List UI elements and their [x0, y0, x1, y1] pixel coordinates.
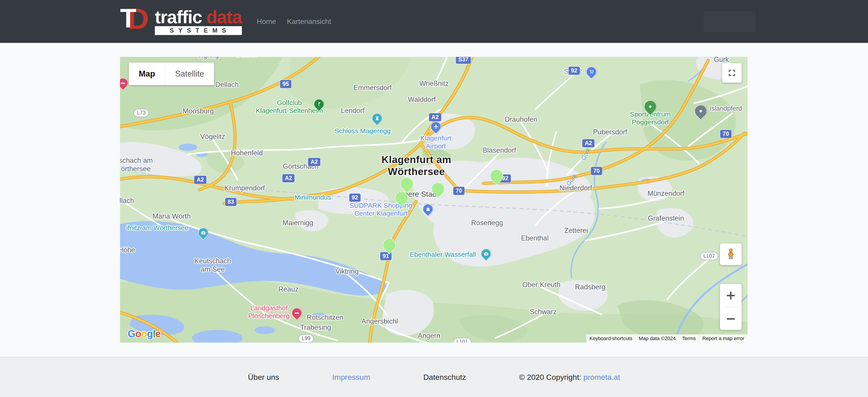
- monogram-t: T: [120, 5, 136, 32]
- islandpferd-pin[interactable]: [694, 105, 707, 118]
- maptype-map-button[interactable]: Map: [129, 63, 165, 85]
- nav-link-kartenansicht[interactable]: Kartenansicht: [287, 18, 331, 26]
- map-label-hohenfeld: Hohenfeld: [231, 149, 263, 157]
- road-shield-95: 95: [280, 80, 291, 88]
- road-shield-a2: A2: [582, 139, 594, 147]
- map-label-lendorf: Lendorf: [341, 107, 364, 115]
- fullscreen-button[interactable]: [722, 63, 742, 82]
- google-logo-letter: g: [147, 328, 153, 339]
- plane-icon: [433, 124, 439, 130]
- google-logo[interactable]: Google: [128, 328, 161, 339]
- camera-icon: [200, 230, 206, 236]
- attribution-keyboard-shortcuts[interactable]: Keyboard shortcuts: [586, 334, 636, 342]
- marker-balloon-icon: [429, 180, 447, 198]
- map-label-klagenfurt-am: Klagenfurt am Wörthersee: [381, 154, 451, 177]
- navbar-toggler-area: [704, 11, 756, 32]
- google-logo-letter: e: [155, 328, 160, 339]
- road-shield-l107: L107: [700, 252, 718, 260]
- pegman-button[interactable]: [720, 243, 742, 265]
- shopping-bag-pin[interactable]: [423, 204, 433, 214]
- map-label-trabesing: Trabesing: [300, 323, 331, 332]
- reifnitz-camera-pin[interactable]: [198, 228, 209, 238]
- traffic-data-marker-5[interactable]: [383, 238, 396, 252]
- attribution-terms[interactable]: Terms: [679, 334, 699, 342]
- map-label-klagenfurt: Klagenfurt Airport: [421, 134, 452, 150]
- traffic-data-marker-3[interactable]: [395, 192, 408, 205]
- brand-monogram-icon: D T: [120, 8, 153, 36]
- hotel-bed-pin[interactable]: [291, 308, 302, 318]
- marker-balloon-icon: [393, 189, 411, 207]
- brand-logo[interactable]: D T traffic data SYSTEMS: [120, 8, 242, 36]
- map-type-control: MapSatellite: [129, 63, 214, 85]
- maptype-satellite-button[interactable]: Satellite: [165, 63, 214, 85]
- main-nav: HomeKartenansicht: [257, 18, 331, 26]
- map-label-zetterei: Zetterei: [564, 227, 588, 235]
- map-label-krumpendorf: Krumpendorf: [224, 184, 265, 192]
- hotel-bed-pin-edge[interactable]: [120, 78, 128, 88]
- copyright-text: © 2020 Copyright: prometa.at: [519, 373, 620, 382]
- map-label-grafenstein: Grafenstein: [648, 214, 684, 223]
- map-label-maiernigg: Maiernigg: [283, 219, 313, 227]
- map-label-wrie-nitz: Wrießnitz: [419, 79, 449, 88]
- airport-pin[interactable]: [431, 122, 441, 132]
- footer-link-datenschutz[interactable]: Datenschutz: [423, 373, 466, 382]
- traffic-data-marker-1[interactable]: [400, 177, 413, 190]
- bed-icon: [120, 80, 126, 86]
- cart-icon: [588, 69, 594, 75]
- copyright-prefix: © 2020 Copyright:: [519, 373, 583, 382]
- map-label-ober-kreuth: Ober Kreuth: [522, 281, 561, 289]
- map-label-niederdorf: Niederdorf: [559, 184, 592, 192]
- map-label-golfclub: Golfclub Klagenfurt-Seltenheim: [256, 99, 323, 115]
- road-shield-l73: L73: [133, 109, 149, 117]
- google-map[interactable]: TigringGabrielOb der GurkDellachEmmersdo…: [120, 57, 747, 342]
- map-label-reauz: Reauz: [278, 285, 299, 294]
- map-attribution: Keyboard shortcutsMap data ©2024TermsRep…: [586, 334, 747, 342]
- camera-icon: [483, 251, 489, 257]
- marker-balloon-icon: [487, 167, 506, 185]
- zoom-control: + −: [720, 284, 742, 330]
- zoom-in-button[interactable]: +: [720, 285, 742, 305]
- road-shield-l99: L99: [298, 334, 314, 342]
- footer-link-prometa[interactable]: prometa.at: [583, 373, 620, 382]
- traffic-data-marker-4[interactable]: [490, 169, 503, 183]
- google-logo-letter: o: [141, 328, 147, 339]
- waterfall-camera-pin[interactable]: [481, 249, 491, 259]
- footer-link-ber-uns[interactable]: Über uns: [248, 373, 279, 382]
- sportzentrum-pin[interactable]: [644, 100, 657, 113]
- bed-icon: [294, 310, 300, 316]
- road-shield-a2: A2: [282, 174, 294, 182]
- map-label-v-gelitz: Vögelitz: [200, 133, 225, 141]
- zoom-out-button[interactable]: −: [720, 309, 742, 329]
- traffic-data-marker-2[interactable]: [432, 183, 445, 196]
- footer: Über unsImpressumDatenschutz© 2020 Copyr…: [0, 357, 868, 397]
- attribution-map-data-2024[interactable]: Map data ©2024: [636, 334, 679, 342]
- golfclub-pin[interactable]: [314, 99, 324, 109]
- map-label-dellach: Dellach: [215, 80, 239, 89]
- brand-words: traffic data: [155, 8, 242, 26]
- footer-link-impressum[interactable]: Impressum: [332, 373, 370, 382]
- map-label-h-he: Höhe: [120, 246, 135, 254]
- map-label-angersbichl: Angersbichl: [362, 317, 398, 326]
- map-label-ob-der-gurk: Ob der Gurk: [708, 57, 735, 64]
- map-label-walddorf: Walddorf: [408, 96, 436, 104]
- map-label-keutschach: Keutschach am See: [194, 257, 231, 273]
- brand-word-data: data: [207, 7, 242, 27]
- header: D T traffic data SYSTEMS HomeKartenansic…: [0, 0, 868, 43]
- brand-word-traffic: traffic: [155, 7, 202, 27]
- road-shield-s37: S37: [456, 57, 471, 64]
- nav-link-home[interactable]: Home: [257, 18, 276, 26]
- map-label-ebenthaler-wasserfall: Ebenthaler Wasserfall: [410, 251, 476, 258]
- google-logo-letter: o: [135, 328, 141, 339]
- road-shield-70: 70: [591, 167, 602, 175]
- castle-pin[interactable]: [372, 113, 382, 124]
- dot-icon: [647, 103, 654, 110]
- dot-icon: [697, 107, 704, 115]
- map-label-rosenegg: Rosenegg: [471, 219, 503, 227]
- attribution-report-a-map-error[interactable]: Report a map error: [699, 334, 747, 342]
- road-shield-a2: A2: [194, 176, 206, 184]
- map-label-moosburg: Moosburg: [183, 107, 214, 115]
- spar-cart-pin[interactable]: [586, 67, 596, 77]
- map-label-landgasthof: Landgasthof Plöschenberg: [248, 304, 289, 320]
- map-label-angern: Angern: [418, 332, 440, 340]
- map-label-tigring: Tigring: [197, 57, 219, 60]
